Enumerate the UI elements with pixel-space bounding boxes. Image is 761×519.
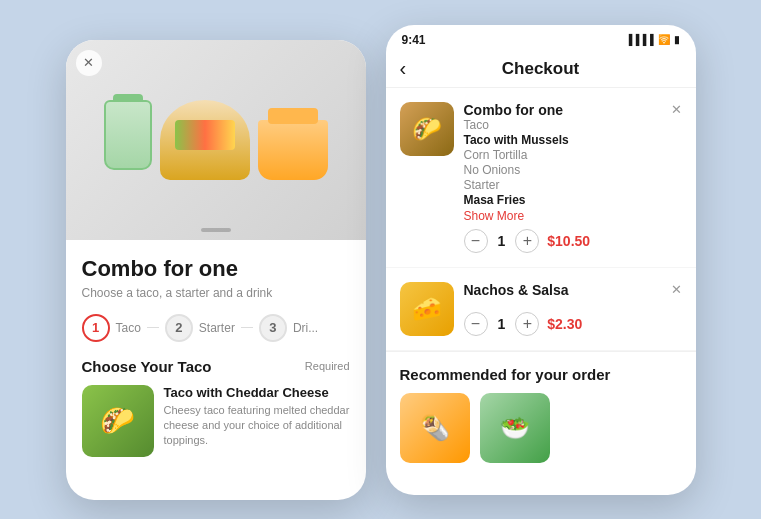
combo-subtitle: Choose a taco, a starter and a drink <box>82 286 350 300</box>
item-price-1: $10.50 <box>547 233 590 249</box>
order-item-2-details: Nachos & Salsa − 1 + $2.30 <box>464 282 661 336</box>
order-item-2: 🧀 Nachos & Salsa − 1 + $2.30 ✕ <box>386 268 696 351</box>
order-item-1-sub3: Corn Tortilla <box>464 148 661 162</box>
menu-item-name: Taco with Cheddar Cheese <box>164 385 350 400</box>
qty-num-2: 1 <box>498 316 506 332</box>
section-title: Choose Your Taco <box>82 358 212 375</box>
scroll-indicator <box>201 228 231 232</box>
drink-illustration <box>104 100 152 170</box>
show-more-button[interactable]: Show More <box>464 209 661 223</box>
taco-illustration <box>160 100 250 180</box>
section-header: Choose Your Taco Required <box>82 358 350 375</box>
step-1-label: Taco <box>116 321 141 335</box>
step-1-number: 1 <box>82 314 110 342</box>
checkout-title: Checkout <box>502 59 579 79</box>
fries-illustration <box>258 120 328 180</box>
menu-item-image: 🌮 <box>82 385 154 457</box>
step-3-number: 3 <box>259 314 287 342</box>
rec-item-1-icon: 🌯 <box>400 393 470 463</box>
status-bar: 9:41 ▐▐▐▐ 🛜 ▮ <box>386 25 696 51</box>
checkout-content: 🌮 Combo for one Taco Taco with Mussels C… <box>386 88 696 470</box>
recommended-section: Recommended for your order 🌯 🥗 <box>386 351 696 463</box>
menu-item-info: Taco with Cheddar Cheese Cheesy taco fea… <box>164 385 350 449</box>
step-2[interactable]: 2 Starter <box>165 314 235 342</box>
rec-item-2-icon: 🥗 <box>480 393 550 463</box>
step-divider-2 <box>241 327 253 328</box>
steps-row: 1 Taco 2 Starter 3 Dri... <box>82 314 350 342</box>
increase-qty-2[interactable]: + <box>515 312 539 336</box>
qty-control-2: − 1 + <box>464 312 540 336</box>
order-item-1-details: Combo for one Taco Taco with Mussels Cor… <box>464 102 661 253</box>
order-item-2-right: ✕ <box>671 282 682 297</box>
order-item-2-image: 🧀 <box>400 282 454 336</box>
left-phone: ✕ Combo for one Choose a taco, a starter… <box>66 40 366 500</box>
decrease-qty-2[interactable]: − <box>464 312 488 336</box>
decrease-qty-1[interactable]: − <box>464 229 488 253</box>
order-item-1-sub1: Taco <box>464 118 661 132</box>
menu-item-description: Cheesy taco featuring melted cheddar che… <box>164 403 350 449</box>
right-phone: 9:41 ▐▐▐▐ 🛜 ▮ ‹ Checkout 🌮 Combo for one… <box>386 25 696 495</box>
nachos-food-icon: 🧀 <box>400 282 454 336</box>
combo-title: Combo for one <box>82 256 350 282</box>
step-divider-1 <box>147 327 159 328</box>
qty-price-row-1: − 1 + $10.50 <box>464 229 661 253</box>
order-item-1-sub4: No Onions <box>464 163 661 177</box>
recommended-item-2[interactable]: 🥗 <box>480 393 550 463</box>
order-item-1-sub6: Masa Fries <box>464 193 661 207</box>
step-2-number: 2 <box>165 314 193 342</box>
order-item-1-image: 🌮 <box>400 102 454 156</box>
taco-food-icon: 🌮 <box>400 102 454 156</box>
increase-qty-1[interactable]: + <box>515 229 539 253</box>
order-item-1-right: ✕ <box>671 102 682 117</box>
section-badge: Required <box>305 360 350 372</box>
menu-item-card[interactable]: 🌮 Taco with Cheddar Cheese Cheesy taco f… <box>82 385 350 457</box>
wifi-icon: 🛜 <box>658 34 670 45</box>
order-item-1-sub5: Starter <box>464 178 661 192</box>
step-3-label: Dri... <box>293 321 318 335</box>
taco-thumb-icon: 🌮 <box>82 385 154 457</box>
item-price-2: $2.30 <box>547 316 582 332</box>
order-item-1: 🌮 Combo for one Taco Taco with Mussels C… <box>386 88 696 268</box>
back-button[interactable]: ‹ <box>400 57 407 80</box>
status-icons: ▐▐▐▐ 🛜 ▮ <box>625 34 679 45</box>
step-1[interactable]: 1 Taco <box>82 314 141 342</box>
order-item-1-sub2: Taco with Mussels <box>464 133 661 147</box>
recommended-items: 🌯 🥗 <box>400 393 682 463</box>
qty-num-1: 1 <box>498 233 506 249</box>
step-3[interactable]: 3 Dri... <box>259 314 318 342</box>
status-time: 9:41 <box>402 33 426 47</box>
recommended-title: Recommended for your order <box>400 366 682 383</box>
order-item-1-name: Combo for one <box>464 102 661 118</box>
hero-image: ✕ <box>66 40 366 240</box>
qty-control-1: − 1 + <box>464 229 540 253</box>
signal-icon: ▐▐▐▐ <box>625 34 653 45</box>
step-2-label: Starter <box>199 321 235 335</box>
order-item-2-name: Nachos & Salsa <box>464 282 661 298</box>
remove-item-1-button[interactable]: ✕ <box>671 102 682 117</box>
close-button[interactable]: ✕ <box>76 50 102 76</box>
qty-price-row-2: − 1 + $2.30 <box>464 312 661 336</box>
recommended-item-1[interactable]: 🌯 <box>400 393 470 463</box>
battery-icon: ▮ <box>674 34 680 45</box>
remove-item-2-button[interactable]: ✕ <box>671 282 682 297</box>
checkout-header: ‹ Checkout <box>386 51 696 88</box>
taco-filling <box>175 120 235 150</box>
